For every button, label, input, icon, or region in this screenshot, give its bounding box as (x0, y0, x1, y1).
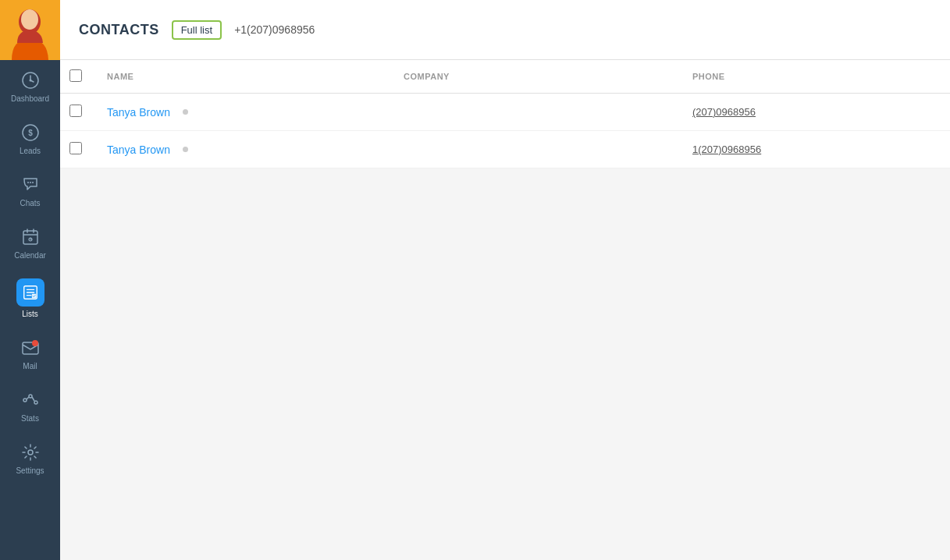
row-checkbox-0[interactable] (69, 105, 82, 117)
svg-point-7 (27, 182, 29, 183)
svg-point-18 (34, 401, 37, 404)
settings-icon (20, 441, 41, 463)
contact-dot-0 (183, 109, 188, 115)
sidebar-item-mail-label: Mail (23, 362, 37, 370)
page-title: CONTACTS (79, 22, 159, 38)
leads-icon: $ (20, 122, 41, 144)
dashboard-icon (20, 69, 41, 91)
svg-point-4 (29, 80, 31, 82)
sidebar: Dashboard $ Leads Chats (0, 0, 60, 560)
name-column-header: NAME (94, 60, 391, 94)
table-header-row: NAME COMPANY PHONE (60, 60, 950, 94)
sidebar-item-dashboard[interactable]: Dashboard (0, 60, 60, 112)
contact-name-cell: Tanya Brown (94, 131, 391, 168)
contact-name-link-0[interactable]: Tanya Brown (107, 106, 170, 119)
stats-icon (20, 389, 41, 411)
sidebar-item-stats-label: Stats (21, 414, 39, 423)
svg-point-19 (28, 450, 33, 455)
sidebar-item-chats-label: Chats (20, 199, 40, 207)
svg-point-9 (32, 182, 34, 183)
contact-phone-cell: (207)0968956 (680, 94, 950, 131)
main-content: CONTACTS Full list +1(207)0968956 NAME C… (60, 0, 950, 560)
sidebar-item-calendar[interactable]: Calendar (0, 217, 60, 269)
contact-name-cell: Tanya Brown (94, 94, 391, 131)
sidebar-item-chats[interactable]: Chats (0, 165, 60, 217)
row-checkbox-cell[interactable] (60, 94, 94, 131)
svg-point-2 (21, 9, 38, 30)
contact-dot-1 (183, 147, 188, 152)
sidebar-item-calendar-label: Calendar (14, 251, 46, 260)
select-all-cell[interactable] (60, 60, 94, 94)
contacts-table: NAME COMPANY PHONE Tanya Brown (60, 60, 950, 168)
header-phone: +1(207)0968956 (234, 23, 315, 36)
contact-phone-link-0[interactable]: (207)0968956 (692, 106, 756, 118)
table-row: Tanya Brown (207)0968956 (60, 94, 950, 131)
sidebar-item-dashboard-label: Dashboard (11, 94, 49, 103)
svg-point-15 (32, 340, 38, 346)
svg-point-8 (30, 182, 31, 183)
calendar-icon (20, 226, 41, 248)
sidebar-item-leads-label: Leads (20, 147, 41, 155)
full-list-button[interactable]: Full list (172, 20, 222, 40)
sidebar-item-leads[interactable]: $ Leads (0, 112, 60, 165)
select-all-checkbox[interactable] (69, 69, 82, 82)
contact-name-link-1[interactable]: Tanya Brown (107, 144, 170, 156)
svg-text:$: $ (28, 129, 33, 137)
sidebar-item-mail[interactable]: Mail (0, 328, 60, 380)
avatar (0, 0, 60, 60)
contact-phone-cell: 1(207)0968956 (680, 131, 950, 168)
contacts-table-area: NAME COMPANY PHONE Tanya Brown (60, 60, 950, 560)
contact-phone-link-1[interactable]: 1(207)0968956 (692, 144, 761, 155)
phone-column-header: PHONE (680, 60, 950, 94)
sidebar-item-lists[interactable]: Lists (0, 269, 60, 328)
chats-icon (20, 174, 41, 196)
lists-icon (16, 278, 44, 307)
mail-icon (20, 337, 41, 359)
svg-point-16 (23, 399, 27, 402)
row-checkbox-1[interactable] (69, 142, 82, 154)
page-header: CONTACTS Full list +1(207)0968956 (60, 0, 950, 60)
contact-company-cell (391, 94, 680, 131)
company-column-header: COMPANY (391, 60, 680, 94)
row-checkbox-cell[interactable] (60, 131, 94, 168)
sidebar-item-settings-label: Settings (16, 466, 44, 475)
contact-company-cell (391, 131, 680, 168)
table-row: Tanya Brown 1(207)0968956 (60, 131, 950, 168)
sidebar-item-lists-label: Lists (22, 310, 38, 318)
sidebar-item-settings[interactable]: Settings (0, 432, 60, 484)
sidebar-item-stats[interactable]: Stats (0, 380, 60, 432)
